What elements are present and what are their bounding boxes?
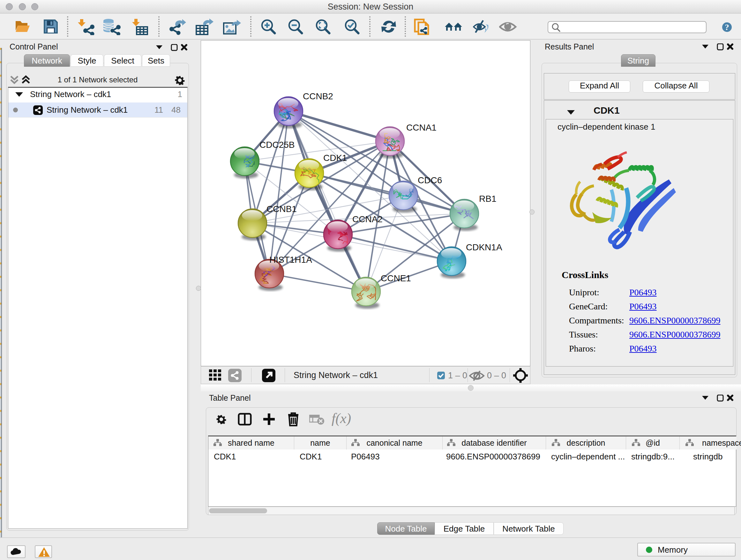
svg-text:CCNA1: CCNA1 (406, 123, 436, 132)
svg-text:CCNB2: CCNB2 (303, 91, 333, 101)
svg-text:CCNE1: CCNE1 (381, 273, 411, 283)
svg-text:CDKN1A: CDKN1A (466, 242, 502, 252)
svg-text:CCNB1: CCNB1 (266, 204, 297, 214)
svg-text:?: ? (725, 23, 729, 32)
svg-text:CDC6: CDC6 (418, 175, 442, 185)
svg-text:CCNA2: CCNA2 (352, 214, 383, 224)
svg-text:RB1: RB1 (479, 194, 496, 204)
svg-text:CDC25B: CDC25B (259, 140, 294, 150)
svg-text:CDK1: CDK1 (323, 153, 347, 163)
svg-text:HIST1H1A: HIST1H1A (269, 255, 312, 265)
